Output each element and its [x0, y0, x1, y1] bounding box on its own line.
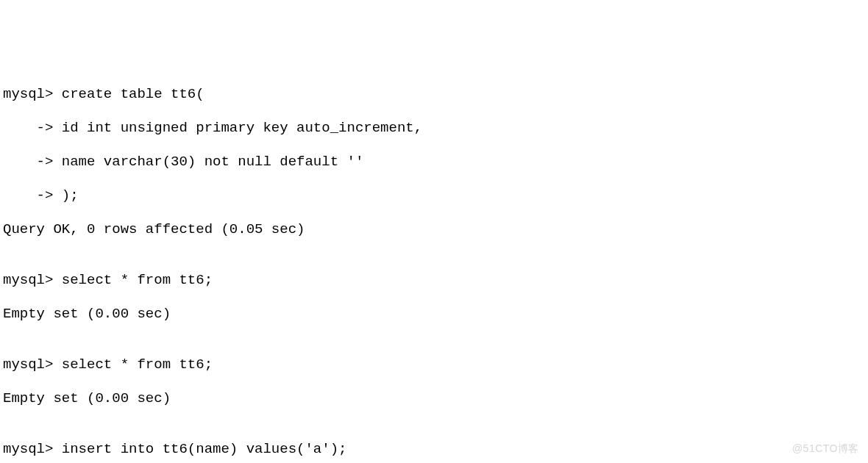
sql-insert-a: mysql> insert into tt6(name) values('a')… [3, 441, 868, 458]
sql-create-cont1: -> id int unsigned primary key auto_incr… [3, 120, 868, 137]
sql-select-1: mysql> select * from tt6; [3, 272, 868, 289]
sql-select-2: mysql> select * from tt6; [3, 356, 868, 373]
result-create-ok: Query OK, 0 rows affected (0.05 sec) [3, 221, 868, 238]
sql-create-line: mysql> create table tt6( [3, 86, 868, 103]
sql-create-cont3: -> ); [3, 187, 868, 204]
result-empty-2: Empty set (0.00 sec) [3, 390, 868, 407]
result-empty-1: Empty set (0.00 sec) [3, 306, 868, 323]
sql-create-cont2: -> name varchar(30) not null default '' [3, 154, 868, 171]
watermark-text: @51CTO博客 [792, 440, 859, 457]
terminal-output: mysql> create table tt6( -> id int unsig… [3, 69, 868, 463]
